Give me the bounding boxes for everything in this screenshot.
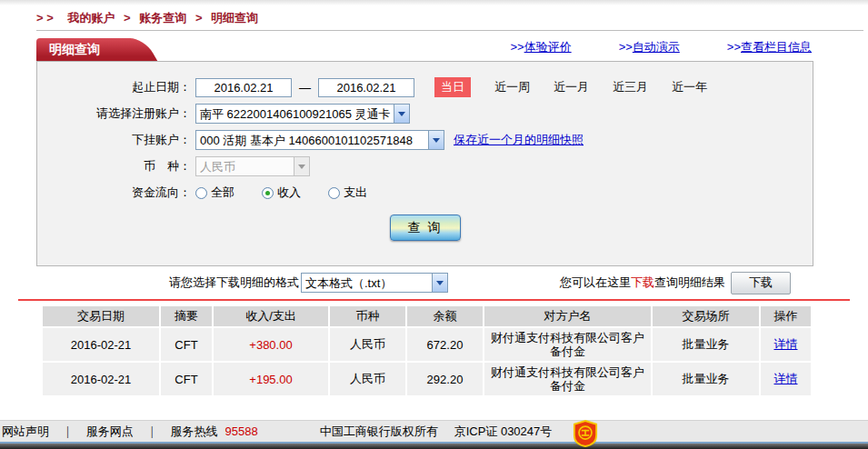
radio-flow-income[interactable]: 收入 (262, 185, 301, 201)
download-hint-suffix: 查询明细结果 (654, 274, 725, 291)
table-row: 2016-02-21 CFT +380.00 人民币 672.20 财付通支付科… (43, 328, 811, 361)
copyright-text: 中国工商银行版权所有 (320, 424, 438, 440)
col-amount: 收入/支出 (214, 306, 330, 326)
top-band (0, 0, 868, 5)
hotline-label: 服务热线 (170, 424, 217, 440)
hotline-number: 95588 (224, 424, 257, 438)
link-experience-rating[interactable]: >>体验评价 (510, 39, 571, 55)
breadcrumb-account-query[interactable]: 账务查询 (139, 11, 186, 25)
range-quarter-button[interactable]: 近三月 (613, 79, 648, 95)
download-hint-prefix: 您可以在这里 (560, 274, 631, 291)
col-trade-date: 交易日期 (43, 306, 161, 326)
range-week-button[interactable]: 近一周 (494, 79, 530, 95)
link-column-info[interactable]: >>查看栏目信息 (727, 39, 812, 55)
link-auto-demo[interactable]: >>自动演示 (619, 39, 680, 55)
account-label: 请选择注册账户： (37, 105, 195, 122)
results-table: 交易日期 摘要 收入/支出 币种 余额 对方户名 交易场所 操作 2016-02… (43, 304, 811, 397)
chevron-down-icon (428, 131, 444, 149)
footer: 网站声明 ｜ 服务网点 ｜ 服务热线 95588 中国工商银行版权所有 京ICP… (0, 420, 868, 449)
icbc-shield-icon[interactable] (573, 420, 598, 447)
range-today-button[interactable]: 当日 (434, 77, 471, 97)
download-format-label: 请您选择下载明细的格式 (169, 274, 299, 291)
radio-flow-expense[interactable]: 支出 (328, 185, 367, 201)
detail-link[interactable]: 详情 (774, 337, 798, 351)
download-link[interactable]: 下载 (631, 274, 654, 291)
radio-flow-all[interactable]: 全部 (195, 185, 234, 201)
breadcrumb-my-account[interactable]: 我的账户 (67, 11, 115, 25)
table-header-row: 交易日期 摘要 收入/支出 币种 余额 对方户名 交易场所 操作 (43, 306, 811, 326)
range-month-button[interactable]: 近一月 (554, 79, 589, 95)
sub-account-label: 下挂账户： (37, 132, 195, 148)
sub-account-select[interactable]: 000 活期 基本户 1406600101102571848 (195, 130, 444, 150)
download-button[interactable]: 下载 (731, 272, 791, 294)
download-format-select[interactable]: 文本格式（.txt） (301, 273, 448, 293)
breadcrumb: > > 我的账户 > 账务查询 > 明细查询 (36, 10, 868, 26)
date-range-label: 起止日期： (37, 79, 195, 95)
tab-detail-query[interactable]: 明细查询 (36, 38, 131, 61)
radio-icon (195, 187, 207, 199)
range-year-button[interactable]: 近一年 (672, 79, 707, 95)
radio-icon (328, 187, 340, 199)
footer-dark-edge (0, 444, 868, 449)
top-links: >>体验评价 >>自动演示 >>查看栏目信息 (510, 39, 813, 61)
breadcrumb-separator: > (195, 11, 203, 25)
snapshot-link[interactable]: 保存近一个月的明细快照 (454, 132, 584, 148)
footer-link-branches[interactable]: 服务网点 (86, 424, 134, 440)
radio-checked-icon (262, 187, 274, 199)
col-counterparty: 对方户名 (484, 306, 653, 326)
breadcrumb-detail-query[interactable]: 明细查询 (211, 11, 258, 25)
col-action: 操作 (761, 306, 811, 326)
col-currency: 币种 (330, 306, 407, 326)
icp-number: 京ICP证 030247号 (454, 424, 553, 440)
col-summary: 摘要 (161, 306, 214, 326)
chevron-down-icon (294, 157, 309, 175)
chevron-down-icon (432, 274, 447, 292)
currency-label: 币 种： (37, 158, 195, 175)
col-venue: 交易场所 (653, 306, 761, 326)
date-to-input[interactable] (318, 78, 414, 97)
table-row: 2016-02-21 CFT +195.00 人民币 292.20 财付通支付科… (43, 363, 811, 395)
account-select[interactable]: 南平 6222001406100921065 灵通卡 (195, 104, 410, 124)
detail-link[interactable]: 详情 (774, 372, 798, 385)
query-form-panel: 起止日期： — 当日 近一周 近一月 近三月 近一年 请选择注册账户： 南平 6… (36, 61, 813, 266)
flow-label: 资金流向： (37, 185, 195, 201)
currency-select: 人民币 (195, 156, 310, 176)
breadcrumb-prefix: > > (36, 11, 54, 25)
breadcrumb-separator: > (124, 11, 131, 25)
section-divider (18, 299, 850, 301)
chevron-down-icon (394, 105, 409, 123)
date-dash: — (299, 81, 311, 95)
date-from-input[interactable] (195, 78, 292, 97)
flow-radio-group: 全部 收入 支出 (195, 185, 394, 201)
col-balance: 余额 (407, 306, 484, 326)
footer-link-statement[interactable]: 网站声明 (2, 424, 49, 440)
query-button[interactable]: 查 询 (390, 215, 461, 241)
